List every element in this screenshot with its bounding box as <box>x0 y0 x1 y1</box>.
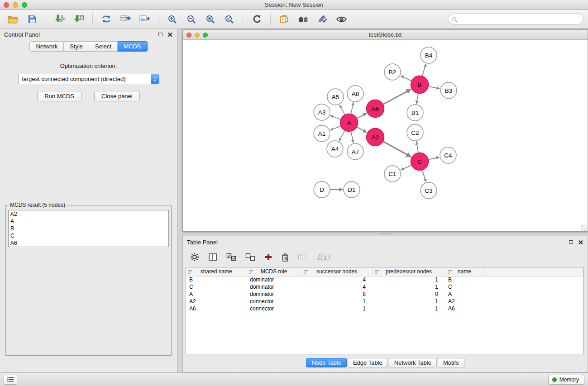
result-item[interactable]: B <box>9 225 168 232</box>
tab-edge-table[interactable]: Edge Table <box>348 358 388 367</box>
graph-edge-B-B4[interactable] <box>422 64 426 76</box>
zoom-in-button[interactable] <box>164 12 180 26</box>
graph-edge-B-B2[interactable] <box>401 76 411 81</box>
close-window-button[interactable] <box>4 2 9 8</box>
column-header[interactable]: shared name <box>186 267 247 276</box>
optimization-dropdown[interactable]: largest connected component (directed) ▲… <box>18 74 159 84</box>
network-graph[interactable]: B4B2BB3A5A8A6A3B1AC2A1A2A4A7C4CC1C3DD1 <box>183 40 587 231</box>
sort-icon[interactable] <box>304 269 309 276</box>
graph-edge-A-A6[interactable] <box>357 113 367 118</box>
graph-edge-A-A2[interactable] <box>357 127 367 133</box>
graph-edge-A-A5[interactable] <box>339 105 344 114</box>
minimize-network-window-button[interactable] <box>195 33 200 38</box>
tab-select[interactable]: Select <box>89 41 118 52</box>
copy-document-button[interactable] <box>276 12 292 26</box>
save-session-button[interactable] <box>24 12 40 26</box>
graph-edge-A-A7[interactable] <box>351 132 353 143</box>
memory-button[interactable]: Memory <box>548 375 584 385</box>
zoom-fit-button[interactable] <box>202 12 218 26</box>
graph-node-B1[interactable]: B1 <box>407 105 423 121</box>
deselect-all-button[interactable] <box>245 253 255 261</box>
table-row[interactable]: Bdominator41B <box>186 276 583 283</box>
graph-node-C4[interactable]: C4 <box>440 147 456 163</box>
table-row[interactable]: Adominator80A <box>186 291 583 298</box>
graph-node-A4[interactable]: A4 <box>327 141 343 157</box>
close-panel-button[interactable]: ✕ <box>167 31 173 38</box>
graph-node-B[interactable]: B <box>411 76 429 94</box>
graph-node-D[interactable]: D <box>314 181 330 198</box>
tab-motifs[interactable]: Motifs <box>438 358 464 367</box>
float-table-panel-button[interactable] <box>569 240 573 244</box>
refresh-button[interactable] <box>249 12 265 26</box>
graph-edge-C-C4[interactable] <box>429 157 440 159</box>
graph-edge-C-C1[interactable] <box>401 165 411 170</box>
graph-node-A5[interactable]: A5 <box>327 89 344 105</box>
result-item[interactable]: A6 <box>9 239 168 247</box>
close-panel-action-button[interactable]: Close panel <box>94 91 140 101</box>
graph-edge-A-A4[interactable] <box>339 131 344 141</box>
column-header[interactable]: MCDS role <box>247 267 301 276</box>
zoom-out-button[interactable] <box>183 12 199 26</box>
graph-edge-A-A1[interactable] <box>330 126 340 130</box>
graph-node-A2[interactable]: A2 <box>367 129 384 146</box>
mcds-result-list[interactable]: A2ABCA6 <box>8 210 169 247</box>
result-item[interactable]: A2 <box>9 210 168 218</box>
graph-node-C3[interactable]: C3 <box>421 182 437 199</box>
graph-edge-A2-C[interactable] <box>383 142 411 157</box>
graph-edge-B-B1[interactable] <box>416 94 418 104</box>
resize-grip[interactable] <box>581 225 587 231</box>
table-row[interactable]: A2connector11A2 <box>186 298 583 305</box>
import-table-button[interactable] <box>71 12 87 26</box>
tab-style[interactable]: Style <box>64 41 89 52</box>
zoom-network-window-button[interactable] <box>203 33 208 38</box>
column-header[interactable]: name <box>445 267 484 276</box>
import-network-button[interactable] <box>52 12 68 26</box>
show-hide-button[interactable] <box>333 12 349 26</box>
graph-node-B3[interactable]: B3 <box>440 82 457 99</box>
search-input[interactable] <box>459 16 579 22</box>
result-item[interactable]: C <box>9 232 168 239</box>
task-history-button[interactable] <box>4 375 17 385</box>
graph-edge-A-A8[interactable] <box>351 103 353 114</box>
graph-node-C[interactable]: C <box>411 153 429 171</box>
sort-icon[interactable] <box>188 269 193 276</box>
graph-node-D1[interactable]: D1 <box>344 181 360 198</box>
search-box[interactable] <box>448 14 583 24</box>
graph-node-C1[interactable]: C1 <box>384 166 401 182</box>
new-network-button[interactable] <box>98 12 115 26</box>
graph-node-A7[interactable]: A7 <box>347 143 363 160</box>
table-settings-button[interactable] <box>190 253 199 262</box>
result-item[interactable]: A <box>9 218 168 225</box>
graph-node-A6[interactable]: A6 <box>367 100 384 118</box>
export-table-button[interactable] <box>117 12 134 26</box>
network-canvas[interactable]: B4B2BB3A5A8A6A3B1AC2A1A2A4A7C4CC1C3DD1 <box>183 40 588 231</box>
style-apply-button[interactable] <box>314 12 330 26</box>
run-mcds-button[interactable]: Run MCDS <box>37 91 81 101</box>
delete-row-button[interactable] <box>282 253 289 262</box>
close-network-window-button[interactable] <box>186 33 191 38</box>
zoom-window-button[interactable] <box>22 2 27 8</box>
tab-network-table[interactable]: Network Table <box>389 358 437 367</box>
graph-node-A[interactable]: A <box>340 114 358 132</box>
table-row[interactable]: A6connector11A6 <box>186 305 583 312</box>
open-session-button[interactable] <box>5 12 21 26</box>
zoom-selected-button[interactable] <box>221 12 237 26</box>
graph-edge-A-A3[interactable] <box>330 115 340 119</box>
add-row-button[interactable] <box>264 253 272 261</box>
graph-edge-C-C2[interactable] <box>416 142 418 152</box>
close-table-panel-button[interactable]: ✕ <box>578 239 583 246</box>
tab-network[interactable]: Network <box>29 41 64 52</box>
tab-node-table[interactable]: Node Table <box>306 358 347 367</box>
sort-icon[interactable] <box>448 269 453 276</box>
graph-edge-B-B3[interactable] <box>429 86 440 89</box>
column-header[interactable]: successor nodes <box>301 267 373 276</box>
graph-node-A1[interactable]: A1 <box>314 125 330 142</box>
graph-node-A8[interactable]: A8 <box>347 86 363 102</box>
graph-node-B4[interactable]: B4 <box>421 47 437 63</box>
tab-mcds[interactable]: MCDS <box>118 41 147 52</box>
graph-edge-C-C3[interactable] <box>422 171 426 182</box>
sort-icon[interactable] <box>249 269 254 276</box>
home-button[interactable] <box>295 12 311 26</box>
float-panel-button[interactable] <box>158 33 163 36</box>
sort-icon[interactable] <box>375 269 380 276</box>
